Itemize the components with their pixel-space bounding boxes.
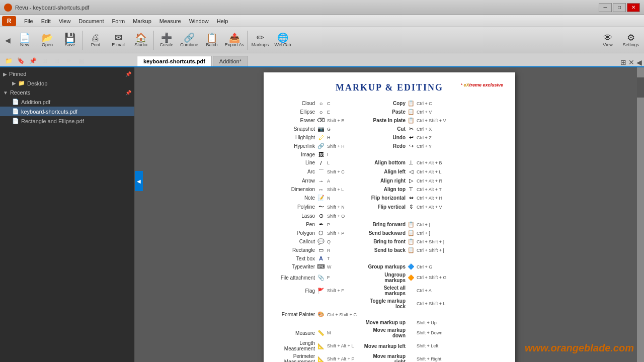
- menu-markup[interactable]: Markup: [129, 17, 155, 25]
- pdf-icon-rectangle: 📄: [12, 118, 19, 124]
- exclusive-badge: * eXtreme exclusive: [460, 82, 503, 87]
- content-area: * eXtreme exclusive Markup & Editing Clo…: [135, 67, 644, 362]
- menu-document[interactable]: Document: [74, 17, 108, 25]
- toolbar-combine-btn[interactable]: 🔗 Combine: [178, 29, 200, 52]
- toolbar-save-btn[interactable]: 💾 Save: [59, 29, 81, 52]
- toolbar-view-btn[interactable]: 👁 View: [597, 29, 619, 52]
- menu-measure[interactable]: Measure: [155, 17, 185, 25]
- menu-file[interactable]: File: [20, 17, 37, 25]
- maximize-button[interactable]: □: [613, 3, 626, 12]
- toolbar-back-btn[interactable]: ◀: [2, 29, 13, 52]
- menu-view[interactable]: View: [55, 17, 75, 25]
- shortcut-row-note: Note 📝 N Flip horizontal ⇔ Ctrl + Alt + …: [276, 194, 503, 202]
- shortcut-row-highlight: Highlight 🖊 H Undo ↩ Ctrl + Z: [276, 133, 503, 142]
- sidebar-file-keyboard[interactable]: 📄 keyboard-shortcuts.pdf: [0, 107, 134, 116]
- shortcut-row-arc: Arc ⌒ Shift + C Align left ◁ Ctrl + Alt …: [276, 167, 503, 176]
- shortcut-name-copy: Copy: [361, 99, 407, 108]
- toolbar: ◀ 📄 New 📂 Open 💾 Save 🖨 Print ✉ E-mail 🏠…: [0, 27, 644, 53]
- shortcut-icon-copy: 📋: [407, 99, 416, 108]
- shortcut-key-cloud: C: [326, 99, 361, 108]
- sidebar-btn-3[interactable]: 📌: [27, 55, 38, 66]
- sidebar-btn-4[interactable]: ⊞: [39, 55, 50, 66]
- shortcut-row-hyperlink: Hyperlink 🔗 Shift + H Redo ↪ Ctrl + Y: [276, 142, 503, 150]
- pdf-icon-keyboard: 📄: [12, 108, 19, 115]
- close-button[interactable]: ✕: [627, 3, 640, 12]
- shortcut-row-callout: Callout 💬 Q Bring to front 📋 Ctrl + Shif…: [276, 237, 503, 246]
- tab-close-icon[interactable]: ✕: [628, 58, 634, 66]
- tab-expand-icon[interactable]: ◀: [636, 58, 642, 66]
- shortcut-row-snapshot: Snapshot 📷 G Cut ✂ Ctrl + X: [276, 125, 503, 133]
- shortcuts-table: Cloud ○ C Copy 📋 Ctrl + C Ellipse ○ E Pa…: [276, 99, 503, 362]
- tab-controls: ⊞ ✕ ◀: [620, 58, 642, 66]
- menu-edit[interactable]: Edit: [37, 17, 55, 25]
- sidebar-section-recents: ▼ Recents 📌 📄 Addition.pdf 📄 keyboard-sh…: [0, 88, 134, 126]
- toolbar-new-btn[interactable]: 📄 New: [14, 29, 36, 52]
- scrollbar-thumb[interactable]: [637, 77, 644, 98]
- app-logo: [4, 4, 12, 12]
- menu-form[interactable]: Form: [108, 17, 129, 25]
- shortcut-icon-cloud: ○: [316, 99, 326, 108]
- sidebar-pinned-header[interactable]: ▶ Pinned 📌: [0, 69, 134, 78]
- toolbar-open-btn[interactable]: 📂 Open: [36, 29, 58, 52]
- toolbar-studio-btn[interactable]: 🏠 Studio: [130, 29, 152, 52]
- toolbar-batch-btn[interactable]: 📋 Batch: [201, 29, 223, 52]
- tab-filter-icon[interactable]: ⊞: [620, 58, 626, 66]
- shortcut-row-image: Image 🖼 I: [276, 150, 503, 158]
- shortcut-row-lasso: Lasso ⊙ Shift + O: [276, 212, 503, 220]
- scrollbar-vertical[interactable]: [637, 67, 644, 362]
- sidebar-item-desktop[interactable]: ▶ 📁 Desktop: [0, 78, 134, 88]
- sidebar-btn-1[interactable]: 📁: [3, 55, 14, 66]
- shortcut-name-cloud: Cloud: [276, 99, 316, 108]
- minimize-button[interactable]: ─: [599, 3, 612, 12]
- toolbar-webtab-btn[interactable]: 🌐 WebTab: [272, 29, 294, 52]
- sidebar-btn-2[interactable]: 🔖: [15, 55, 26, 66]
- toolbar-markups-btn[interactable]: ✏ Markups: [249, 29, 271, 52]
- menu-help[interactable]: Help: [213, 17, 232, 25]
- app-menu-logo: R: [2, 16, 16, 26]
- sidebar-section-pinned: ▶ Pinned 📌 ▶ 📁 Desktop: [0, 69, 134, 88]
- scroll-left-arrow[interactable]: ◀: [135, 171, 143, 191]
- sidebar-file-rectangle[interactable]: 📄 Rectangle and Ellipse.pdf: [0, 116, 134, 126]
- shortcut-row-flag: Flag 🚩 Shift + F Select all markups Ctrl…: [276, 284, 503, 297]
- shortcut-row-line: Line / L Align bottom ⊥ Ctrl + Alt + B: [276, 158, 503, 167]
- tab-addition[interactable]: Addition*: [213, 56, 248, 66]
- sidebar-btn-5[interactable]: ⊟: [51, 55, 62, 66]
- toolbar-separator-2: [153, 31, 154, 50]
- pdf-icon-addition: 📄: [12, 99, 19, 105]
- sidebar: ▶ Pinned 📌 ▶ 📁 Desktop ▼ Recents 📌: [0, 67, 135, 362]
- shortcut-row-arrow: Arrow → A Align right ▷ Ctrl + Alt + R: [276, 176, 503, 185]
- shortcut-row-formatpainter: Format Painter 🎨 Ctrl + Shift + C: [276, 310, 503, 319]
- tab-keyboard-shortcuts[interactable]: keyboard-shortcuts.pdf: [137, 56, 212, 66]
- shortcut-row-perimeter: Perimeter Measurement 📐 Shift + Alt + P …: [276, 352, 503, 362]
- title-bar: Revu - keyboard-shortcuts.pdf ─ □ ✕: [0, 0, 644, 15]
- toolbar-right: 👁 View ⚙ Settings: [597, 29, 642, 52]
- sidebar-btn-7[interactable]: ▦: [75, 55, 87, 66]
- toolbar-settings-btn[interactable]: ⚙ Settings: [620, 29, 642, 52]
- shortcut-key-copy: Ctrl + C: [416, 99, 503, 108]
- shortcut-row-polyline: Polyline 〜 Shift + N Flip vertical ⇕ Ctr…: [276, 202, 503, 212]
- menu-window[interactable]: Window: [185, 17, 213, 25]
- title-bar-controls: ─ □ ✕: [599, 3, 640, 12]
- sidebar-recents-header[interactable]: ▼ Recents 📌: [0, 88, 134, 97]
- sidebar-file-addition[interactable]: 📄 Addition.pdf: [0, 97, 134, 107]
- desktop-expand-icon: ▶: [12, 80, 16, 86]
- toolbar-email-btn[interactable]: ✉ E-mail: [107, 29, 129, 52]
- sidebar-btn-6[interactable]: ✏: [63, 55, 74, 66]
- toolbar-separator-1: [83, 31, 83, 50]
- tab-bar: 📁 🔖 📌 ⊞ ⊟ ✏ ▦ keyboard-shortcuts.pdf Add…: [0, 53, 644, 67]
- recents-expand-icon: ▼: [3, 90, 8, 96]
- toolbar-create-btn[interactable]: ➕ Create: [155, 29, 178, 52]
- desktop-folder-icon: 📁: [18, 80, 25, 86]
- document-page: * eXtreme exclusive Markup & Editing Clo…: [264, 72, 515, 362]
- shortcut-row-typewriter: Typewriter ⌨ W Group markups 🔷 Ctrl + G: [276, 262, 503, 271]
- toolbar-exportas-btn[interactable]: 📤 Export As: [223, 29, 246, 52]
- shortcut-row-ellipse: Ellipse ○ E Paste 📋 Ctrl + V: [276, 108, 503, 116]
- shortcut-row-spacer1: Toggle markup lock Ctrl + Shift + L: [276, 297, 503, 310]
- pinned-expand-icon: ▶: [3, 71, 7, 77]
- watermark-text: www.orangeblade.com: [525, 342, 634, 354]
- shortcut-row-spacer2: Move markup up Shift + Up: [276, 319, 503, 326]
- toolbar-print-btn[interactable]: 🖨 Print: [85, 29, 107, 52]
- pin-icon: 📌: [125, 71, 131, 77]
- shortcut-row-dimension: Dimension ↔ Shift + L Align top ⊤ Ctrl +…: [276, 185, 503, 194]
- shortcut-row-pen: Pen ✒ P Bring forward 📋 Ctrl + ]: [276, 220, 503, 229]
